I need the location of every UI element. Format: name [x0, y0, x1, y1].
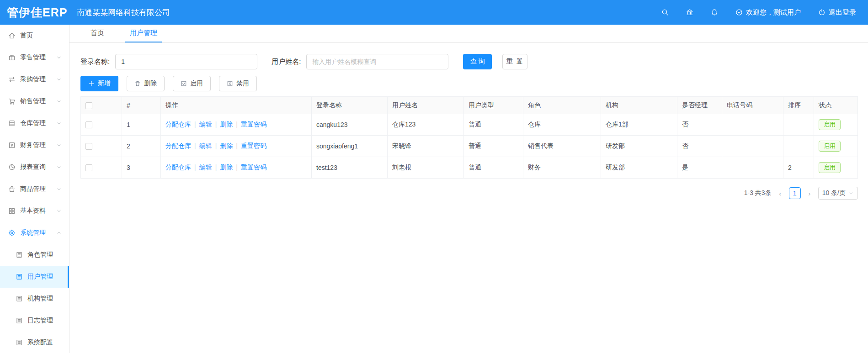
query-button[interactable]: 查 询 [463, 54, 492, 69]
sidebar-item-商品管理[interactable]: 商品管理 [0, 178, 69, 200]
cell-login: test123 [312, 157, 388, 179]
sidebar-item-采购管理[interactable]: 采购管理 [0, 68, 69, 90]
sidebar-item-角色管理[interactable]: 角色管理 [0, 244, 69, 266]
sidebar-item-日志管理[interactable]: 日志管理 [0, 310, 69, 332]
welcome-text: 欢迎您，测试用户 [746, 8, 801, 17]
cell-index: 1 [122, 114, 161, 136]
cell-login: cangku123 [312, 114, 388, 136]
add-button[interactable]: 新增 [80, 76, 118, 91]
sidebar-item-label: 用户管理 [27, 273, 53, 281]
enable-button[interactable]: 启用 [173, 76, 211, 91]
page-size-select[interactable]: 10 条/页 [818, 187, 858, 200]
bank-icon[interactable] [686, 9, 693, 16]
column-header-是否经理: 是否经理 [677, 97, 722, 114]
row-checkbox[interactable] [85, 164, 92, 171]
row-action-重置密码[interactable]: 重置密码 [241, 142, 266, 149]
select-all-checkbox-cell [81, 97, 122, 114]
sidebar-item-报表查询[interactable]: 报表查询 [0, 156, 69, 178]
select-all-checkbox[interactable] [85, 102, 92, 109]
search-form: 登录名称: 用户姓名: 查 询 重 置 [80, 54, 858, 69]
tab-首页[interactable]: 首页 [86, 25, 109, 42]
reset-button[interactable]: 重 置 [502, 54, 527, 69]
enable-button-label: 启用 [190, 79, 203, 88]
sidebar-item-label: 机构管理 [27, 295, 53, 303]
row-action-分配仓库[interactable]: 分配仓库 [165, 163, 191, 171]
sidebar-item-label: 基本资料 [20, 207, 46, 215]
sidebar-item-label: 采购管理 [20, 75, 46, 84]
row-action-删除[interactable]: 删除 [220, 121, 233, 128]
cell-sort: 2 [783, 157, 814, 179]
row-action-编辑[interactable]: 编辑 [199, 163, 212, 171]
prev-page-button[interactable]: ‹ [777, 190, 783, 197]
check-square-icon [181, 80, 187, 87]
sidebar-item-label: 商品管理 [20, 185, 46, 193]
sidebar-item-系统配置[interactable]: 系统配置 [0, 332, 69, 353]
row-action-编辑[interactable]: 编辑 [199, 142, 212, 149]
row-checkbox[interactable] [85, 121, 92, 128]
row-action-删除[interactable]: 删除 [220, 163, 233, 171]
cell-status: 启用 [814, 136, 858, 157]
trash-icon [134, 80, 141, 87]
current-page-button[interactable]: 1 [789, 187, 801, 199]
status-badge: 启用 [819, 141, 841, 152]
chevron-down-icon [56, 164, 62, 170]
row-action-分配仓库[interactable]: 分配仓库 [165, 121, 191, 128]
cell-status: 启用 [814, 114, 858, 136]
user-table: #操作登录名称用户姓名用户类型角色机构是否经理电话号码排序状态 1分配仓库|编辑… [80, 96, 858, 179]
column-header-电话号码: 电话号码 [722, 97, 783, 114]
row-action-删除[interactable]: 删除 [220, 142, 233, 149]
grid-icon [8, 207, 16, 215]
delete-button[interactable]: 删除 [127, 76, 165, 91]
user-menu[interactable]: 欢迎您，测试用户 [735, 8, 801, 17]
row-action-重置密码[interactable]: 重置密码 [241, 121, 266, 128]
table-toolbar: 新增 删除 启用 禁用 [80, 76, 858, 91]
sidebar-item-用户管理[interactable]: 用户管理 [0, 266, 69, 288]
table-header-row: #操作登录名称用户姓名用户类型角色机构是否经理电话号码排序状态 [81, 97, 858, 114]
logout-label: 退出登录 [829, 8, 856, 17]
sidebar-item-零售管理[interactable]: 零售管理 [0, 47, 69, 68]
sidebar-item-仓库管理[interactable]: 仓库管理 [0, 112, 69, 134]
sidebar-item-label: 系统配置 [27, 338, 53, 347]
login-name-label: 登录名称: [80, 58, 110, 66]
sidebar-item-label: 财务管理 [20, 141, 46, 149]
row-action-重置密码[interactable]: 重置密码 [241, 163, 266, 171]
cell-manager: 否 [677, 114, 722, 136]
disable-button[interactable]: 禁用 [219, 76, 257, 91]
search-icon[interactable] [661, 9, 669, 16]
row-action-分配仓库[interactable]: 分配仓库 [165, 142, 191, 149]
tab-用户管理[interactable]: 用户管理 [125, 25, 162, 42]
bell-icon[interactable] [711, 9, 718, 16]
doc-icon [16, 295, 23, 302]
logout-button[interactable]: 退出登录 [818, 8, 856, 17]
doc-icon [16, 339, 23, 346]
cell-name: 刘老根 [388, 157, 464, 179]
cell-type: 普通 [464, 114, 523, 136]
row-checkbox[interactable] [85, 143, 92, 150]
pie-chart-icon [8, 163, 16, 171]
chevron-down-icon [56, 99, 62, 104]
next-page-button[interactable]: › [806, 190, 813, 197]
user-name-label: 用户姓名: [272, 58, 301, 66]
column-header-状态: 状态 [814, 97, 858, 114]
x-square-icon [227, 80, 233, 87]
app-logo: 管伊佳ERP [0, 5, 69, 20]
chevron-down-icon [56, 77, 62, 82]
cell-manager: 是 [677, 157, 722, 179]
login-name-input[interactable] [115, 54, 257, 69]
sidebar-item-销售管理[interactable]: 销售管理 [0, 90, 69, 112]
column-header-操作: 操作 [161, 97, 312, 114]
app-header: 管伊佳ERP 南通某某网络科技有限公司 欢迎您，测试用户 退出登录 [0, 0, 868, 25]
tab-bar: 首页用户管理 [69, 25, 868, 43]
company-name: 南通某某网络科技有限公司 [77, 7, 170, 18]
table-row: 3分配仓库|编辑|删除|重置密码test123刘老根普通财务研发部是2启用 [81, 157, 858, 179]
sidebar-item-基本资料[interactable]: 基本资料 [0, 200, 69, 222]
sidebar-item-财务管理[interactable]: 财务管理 [0, 134, 69, 156]
sidebar-item-系统管理[interactable]: 系统管理 [0, 222, 69, 244]
sidebar-item-首页[interactable]: 首页 [0, 25, 69, 47]
cell-sort [783, 136, 814, 157]
cell-role: 销售代表 [523, 136, 601, 157]
user-name-input[interactable] [306, 54, 448, 69]
row-action-编辑[interactable]: 编辑 [199, 121, 212, 128]
cell-phone [722, 157, 783, 179]
sidebar-item-机构管理[interactable]: 机构管理 [0, 288, 69, 310]
